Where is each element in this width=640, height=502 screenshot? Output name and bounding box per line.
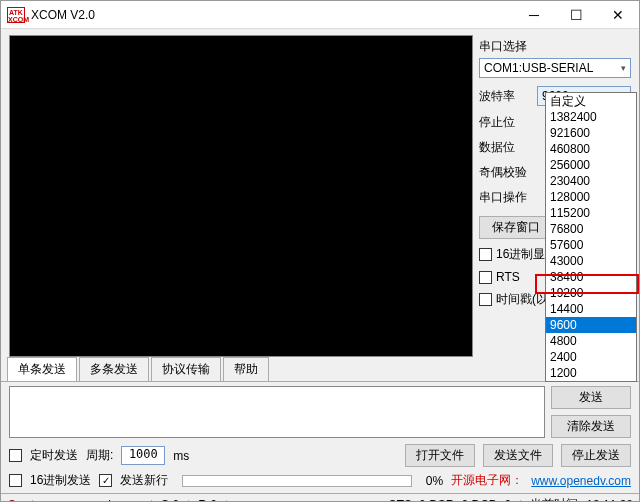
baud-option[interactable]: 256000: [546, 157, 636, 173]
baud-option[interactable]: 1382400: [546, 109, 636, 125]
send-input[interactable]: [9, 386, 545, 438]
tab-help[interactable]: 帮助: [223, 357, 269, 381]
baud-option[interactable]: 9600: [546, 317, 636, 333]
databits-label: 数据位: [479, 139, 537, 156]
timed-send-checkbox[interactable]: [9, 449, 22, 462]
stop-send-button[interactable]: 停止发送: [561, 444, 631, 467]
status-time-label: 当前时间: [526, 496, 582, 502]
maximize-button[interactable]: ☐: [555, 1, 597, 29]
port-select[interactable]: COM1:USB-SERIAL ▾: [479, 58, 631, 78]
baud-dropdown-list[interactable]: 自定义1382400921600460800256000230400128000…: [545, 92, 637, 382]
dropdown-icon[interactable]: ▾: [21, 498, 27, 503]
chevron-down-icon: ▾: [621, 63, 626, 73]
save-window-button[interactable]: 保存窗口: [479, 216, 552, 239]
tab-protocol[interactable]: 协议传输: [151, 357, 221, 381]
rts-checkbox[interactable]: [479, 271, 492, 284]
baud-option[interactable]: 自定义: [546, 93, 636, 109]
side-panel: 串口选择 COM1:USB-SERIAL ▾ 波特率 9600 ▾ 停止位 数据…: [477, 29, 639, 359]
tab-multi-send[interactable]: 多条发送: [79, 357, 149, 381]
window-title: XCOM V2.0: [31, 8, 513, 22]
baud-option[interactable]: 4800: [546, 333, 636, 349]
baud-option[interactable]: 921600: [546, 125, 636, 141]
terminal-output[interactable]: [9, 35, 473, 357]
tab-single-send[interactable]: 单条发送: [7, 357, 77, 381]
baud-option[interactable]: 76800: [546, 221, 636, 237]
port-op-label: 串口操作: [479, 189, 537, 206]
hex-send-label: 16进制发送: [30, 472, 91, 489]
port-select-label: 串口选择: [479, 38, 631, 55]
minimize-button[interactable]: ─: [513, 1, 555, 29]
hex-display-label: 16进制显: [496, 246, 545, 263]
send-newline-checkbox[interactable]: ✓: [99, 474, 112, 487]
link-url[interactable]: www.openedv.com: [531, 474, 631, 488]
period-input[interactable]: 1000: [121, 446, 165, 465]
port-select-value: COM1:USB-SERIAL: [484, 61, 593, 75]
progress-bar: [182, 475, 411, 487]
status-sent: S:0: [157, 498, 183, 503]
app-logo: ATK XCOM: [7, 7, 25, 23]
send-file-button[interactable]: 发送文件: [483, 444, 553, 467]
send-mode-tabs: 单条发送 多条发送 协议传输 帮助: [1, 359, 639, 381]
baud-option[interactable]: 128000: [546, 189, 636, 205]
progress-value: 0%: [426, 474, 443, 488]
baud-option[interactable]: 57600: [546, 237, 636, 253]
open-file-button[interactable]: 打开文件: [405, 444, 475, 467]
status-time: 13:11:38: [586, 498, 633, 503]
annotation-highlight: [535, 274, 639, 294]
period-label: 周期:: [86, 447, 113, 464]
baud-option[interactable]: 230400: [546, 173, 636, 189]
status-recv: R:0: [194, 498, 221, 503]
status-signals: CTS=0 DSR=0 DCD=0: [384, 498, 515, 503]
baud-option[interactable]: 2400: [546, 349, 636, 365]
send-newline-label: 发送新行: [120, 472, 168, 489]
stopbits-label: 停止位: [479, 114, 537, 131]
baud-option[interactable]: 460800: [546, 141, 636, 157]
hex-send-checkbox[interactable]: [9, 474, 22, 487]
baud-option[interactable]: 1200: [546, 365, 636, 381]
hex-display-checkbox[interactable]: [479, 248, 492, 261]
status-url[interactable]: www.openedv.com: [38, 498, 146, 503]
baud-option[interactable]: 115200: [546, 205, 636, 221]
link-label: 开源电子网：: [451, 472, 523, 489]
timed-send-label: 定时发送: [30, 447, 78, 464]
baud-option[interactable]: 43000: [546, 253, 636, 269]
period-unit: ms: [173, 449, 189, 463]
titlebar: ATK XCOM XCOM V2.0 ─ ☐ ✕: [1, 1, 639, 29]
baud-label: 波特率: [479, 88, 537, 105]
close-button[interactable]: ✕: [597, 1, 639, 29]
clear-send-button[interactable]: 清除发送: [551, 415, 631, 438]
status-bar: ▾ | www.openedv.com | S:0 | R:0 | CTS=0 …: [1, 493, 639, 502]
rts-label: RTS: [496, 270, 520, 284]
send-button[interactable]: 发送: [551, 386, 631, 409]
baud-option[interactable]: 14400: [546, 301, 636, 317]
timestamp-checkbox[interactable]: [479, 293, 492, 306]
parity-label: 奇偶校验: [479, 164, 537, 181]
